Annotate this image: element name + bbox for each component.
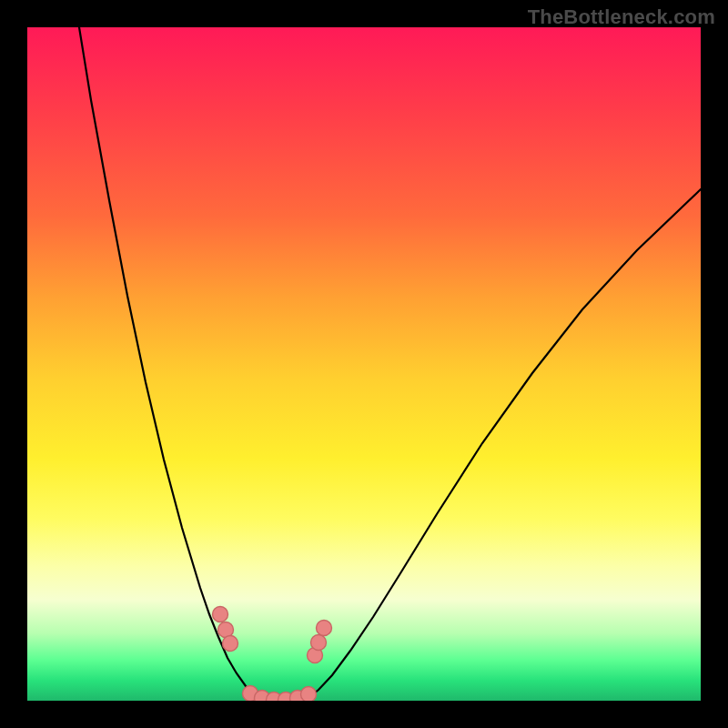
right-dot-3 xyxy=(317,621,332,636)
right-dot-2 xyxy=(311,635,327,651)
bottom-dot-6 xyxy=(301,687,317,702)
left-dot-3 xyxy=(223,636,238,652)
chart-frame: TheBottleneck.com xyxy=(0,0,728,728)
watermark-text: TheBottleneck.com xyxy=(528,5,715,29)
left-curve xyxy=(79,27,255,695)
chart-plot-area xyxy=(27,27,701,701)
left-dot-1 xyxy=(213,607,228,622)
right-curve xyxy=(309,189,701,697)
chart-svg xyxy=(27,27,701,701)
data-points xyxy=(213,607,332,702)
